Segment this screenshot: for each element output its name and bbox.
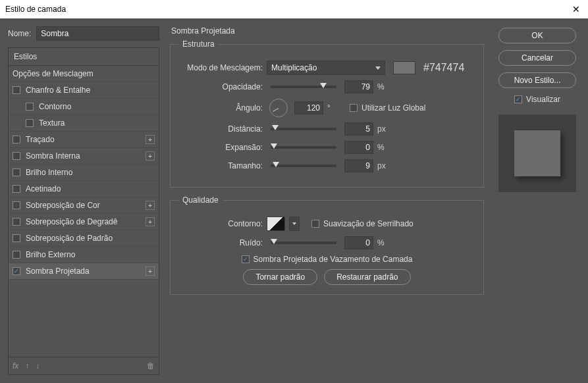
antialias-checkbox[interactable] xyxy=(311,220,319,228)
blend-options-item[interactable]: Opções de Mesclagem xyxy=(9,66,159,82)
checkbox-icon[interactable] xyxy=(13,201,20,209)
preview-checkbox[interactable] xyxy=(514,95,522,103)
preview-box xyxy=(498,115,576,192)
contour-label: Contorno: xyxy=(178,219,263,228)
close-icon[interactable]: ✕ xyxy=(570,4,583,14)
checkbox-icon[interactable] xyxy=(13,152,20,160)
spread-slider[interactable] xyxy=(271,146,336,149)
cancel-button[interactable]: Cancelar xyxy=(498,50,576,66)
style-item-innershadow[interactable]: Sombra Interna+ xyxy=(9,148,159,165)
style-item-outerglow[interactable]: Brilho Externo xyxy=(9,247,159,263)
distance-slider[interactable] xyxy=(271,128,336,130)
styles-header: Estilos xyxy=(9,48,159,66)
checkbox-icon[interactable] xyxy=(13,185,20,193)
knockout-label: Sombra Projetada de Vazamento de Camada xyxy=(254,255,413,264)
dialog-body: Nome: Estilos Opções de Mesclagem Chanfr… xyxy=(0,18,588,383)
checkbox-icon[interactable] xyxy=(13,168,20,176)
angle-dial[interactable] xyxy=(269,99,288,117)
noise-unit: % xyxy=(377,238,392,247)
reset-default-button[interactable]: Restaurar padrão xyxy=(324,269,410,285)
distance-unit: px xyxy=(377,124,392,134)
blend-mode-select[interactable]: Multiplicação xyxy=(267,61,385,75)
angle-input[interactable] xyxy=(294,101,323,115)
knockout-checkbox[interactable] xyxy=(242,255,250,263)
size-unit: px xyxy=(377,161,392,170)
size-label: Tamanho: xyxy=(178,161,263,170)
make-default-button[interactable]: Tornar padrão xyxy=(243,269,317,285)
opacity-label: Opacidade: xyxy=(178,82,263,91)
style-item-stroke[interactable]: Traçado+ xyxy=(9,132,159,148)
style-item-satin[interactable]: Acetinado xyxy=(9,181,159,197)
preview-label: Visualizar xyxy=(526,95,560,104)
opacity-slider[interactable] xyxy=(271,86,336,88)
arrow-down-icon[interactable]: ↓ xyxy=(36,361,40,370)
add-icon[interactable]: + xyxy=(146,217,155,226)
size-slider[interactable] xyxy=(271,165,336,167)
distance-input[interactable] xyxy=(344,122,373,136)
checkbox-icon[interactable] xyxy=(13,234,20,242)
trash-icon[interactable]: 🗑 xyxy=(147,361,155,370)
blend-mode-label: Modo de Mesclagem: xyxy=(178,63,263,72)
structure-group: Estrutura Modo de Mesclagem: Multiplicaç… xyxy=(170,39,484,188)
contour-dropdown-icon[interactable] xyxy=(289,217,300,231)
size-input[interactable] xyxy=(344,159,373,172)
noise-input[interactable] xyxy=(344,236,373,249)
quality-legend: Qualidade xyxy=(178,195,223,205)
style-item-coloroverlay[interactable]: Sobreposição de Cor+ xyxy=(9,197,159,214)
add-icon[interactable]: + xyxy=(146,135,155,144)
global-light-label: Utilizar Luz Global xyxy=(361,103,425,113)
checkbox-icon[interactable] xyxy=(13,86,20,94)
quality-group: Qualidade Contorno: Suavização de Serril… xyxy=(170,195,484,295)
color-hex: #747474 xyxy=(423,62,464,74)
noise-label: Ruído: xyxy=(178,238,263,247)
new-style-button[interactable]: Novo Estilo... xyxy=(498,72,576,88)
left-column: Nome: Estilos Opções de Mesclagem Chanfr… xyxy=(8,26,159,375)
styles-list: Opções de Mesclagem Chanfro & Entalhe Co… xyxy=(9,66,159,357)
angle-unit: ° xyxy=(327,103,342,113)
style-item-contour[interactable]: Contorno xyxy=(9,99,159,115)
checkbox-icon[interactable] xyxy=(13,251,20,259)
style-item-innerglow[interactable]: Brilho Interno xyxy=(9,165,159,181)
titlebar: Estilo de camada ✕ xyxy=(0,0,588,18)
section-title: Sombra Projetada xyxy=(171,26,487,36)
opacity-input[interactable] xyxy=(344,80,373,93)
right-column: OK Cancelar Novo Estilo... Visualizar xyxy=(494,26,580,375)
style-item-dropshadow[interactable]: Sombra Projetada+ xyxy=(9,263,159,280)
styles-panel: Estilos Opções de Mesclagem Chanfro & En… xyxy=(8,47,159,375)
checkbox-icon[interactable] xyxy=(13,267,20,275)
center-column: Sombra Projetada Estrutura Modo de Mescl… xyxy=(167,26,487,375)
preview-thumbnail xyxy=(514,130,560,176)
contour-swatch[interactable] xyxy=(267,217,285,231)
name-input[interactable] xyxy=(36,26,159,41)
spread-unit: % xyxy=(377,143,392,152)
angle-label: Ângulo: xyxy=(178,103,263,113)
color-swatch[interactable] xyxy=(393,61,415,74)
opacity-unit: % xyxy=(377,82,392,91)
styles-footer: fx ↑ ↓ 🗑 xyxy=(9,357,159,374)
add-icon[interactable]: + xyxy=(146,267,155,276)
add-icon[interactable]: + xyxy=(146,151,155,161)
checkbox-icon[interactable] xyxy=(26,103,34,111)
spread-input[interactable] xyxy=(344,141,373,154)
noise-slider[interactable] xyxy=(271,242,336,244)
style-item-texture[interactable]: Textura xyxy=(9,115,159,132)
window-title: Estilo de camada xyxy=(5,5,570,14)
ok-button[interactable]: OK xyxy=(498,28,576,43)
structure-legend: Estrutura xyxy=(178,39,219,49)
checkbox-icon[interactable] xyxy=(13,218,20,226)
distance-label: Distância: xyxy=(178,124,263,134)
antialias-label: Suavização de Serrilhado xyxy=(323,219,414,228)
fx-icon[interactable]: fx xyxy=(13,361,18,370)
style-item-gradientoverlay[interactable]: Sobreposição de Degradê+ xyxy=(9,214,159,230)
style-item-patternoverlay[interactable]: Sobreposição de Padrão xyxy=(9,230,159,247)
style-item-bevel[interactable]: Chanfro & Entalhe xyxy=(9,82,159,99)
name-label: Nome: xyxy=(8,29,31,38)
spread-label: Expansão: xyxy=(178,143,263,152)
global-light-checkbox[interactable] xyxy=(350,104,358,112)
checkbox-icon[interactable] xyxy=(26,119,34,127)
checkbox-icon[interactable] xyxy=(13,136,20,143)
add-icon[interactable]: + xyxy=(146,201,155,210)
arrow-up-icon[interactable]: ↑ xyxy=(25,361,29,370)
